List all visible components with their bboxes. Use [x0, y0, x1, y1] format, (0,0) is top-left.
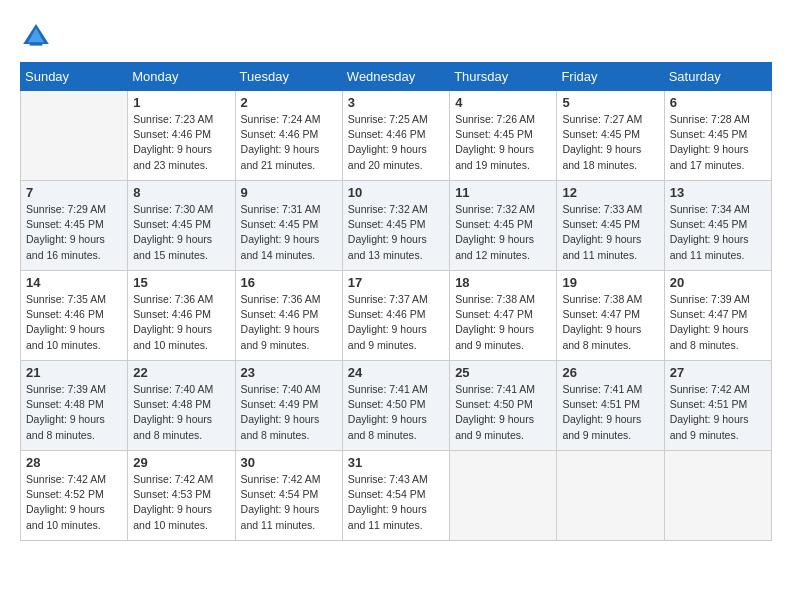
day-number: 7: [26, 185, 122, 200]
day-number: 18: [455, 275, 551, 290]
calendar-cell: 20Sunrise: 7:39 AMSunset: 4:47 PMDayligh…: [664, 271, 771, 361]
page-header: [20, 20, 772, 52]
day-number: 3: [348, 95, 444, 110]
logo: [20, 20, 56, 52]
calendar-table: SundayMondayTuesdayWednesdayThursdayFrid…: [20, 62, 772, 541]
calendar-cell: 17Sunrise: 7:37 AMSunset: 4:46 PMDayligh…: [342, 271, 449, 361]
day-info: Sunrise: 7:36 AMSunset: 4:46 PMDaylight:…: [133, 292, 229, 353]
day-info: Sunrise: 7:40 AMSunset: 4:48 PMDaylight:…: [133, 382, 229, 443]
day-info: Sunrise: 7:41 AMSunset: 4:50 PMDaylight:…: [455, 382, 551, 443]
day-info: Sunrise: 7:35 AMSunset: 4:46 PMDaylight:…: [26, 292, 122, 353]
calendar-cell: 15Sunrise: 7:36 AMSunset: 4:46 PMDayligh…: [128, 271, 235, 361]
weekday-header-saturday: Saturday: [664, 63, 771, 91]
day-number: 28: [26, 455, 122, 470]
day-number: 20: [670, 275, 766, 290]
day-number: 25: [455, 365, 551, 380]
day-info: Sunrise: 7:39 AMSunset: 4:48 PMDaylight:…: [26, 382, 122, 443]
calendar-cell: 5Sunrise: 7:27 AMSunset: 4:45 PMDaylight…: [557, 91, 664, 181]
day-number: 24: [348, 365, 444, 380]
logo-icon: [20, 20, 52, 52]
day-info: Sunrise: 7:23 AMSunset: 4:46 PMDaylight:…: [133, 112, 229, 173]
day-number: 11: [455, 185, 551, 200]
calendar-cell: [557, 451, 664, 541]
calendar-week-1: 1Sunrise: 7:23 AMSunset: 4:46 PMDaylight…: [21, 91, 772, 181]
calendar-cell: 18Sunrise: 7:38 AMSunset: 4:47 PMDayligh…: [450, 271, 557, 361]
calendar-cell: 14Sunrise: 7:35 AMSunset: 4:46 PMDayligh…: [21, 271, 128, 361]
weekday-header-sunday: Sunday: [21, 63, 128, 91]
day-info: Sunrise: 7:38 AMSunset: 4:47 PMDaylight:…: [562, 292, 658, 353]
weekday-header-tuesday: Tuesday: [235, 63, 342, 91]
day-number: 12: [562, 185, 658, 200]
calendar-week-4: 21Sunrise: 7:39 AMSunset: 4:48 PMDayligh…: [21, 361, 772, 451]
calendar-cell: [664, 451, 771, 541]
day-info: Sunrise: 7:42 AMSunset: 4:51 PMDaylight:…: [670, 382, 766, 443]
weekday-header-monday: Monday: [128, 63, 235, 91]
calendar-cell: 29Sunrise: 7:42 AMSunset: 4:53 PMDayligh…: [128, 451, 235, 541]
weekday-header-wednesday: Wednesday: [342, 63, 449, 91]
calendar-cell: 6Sunrise: 7:28 AMSunset: 4:45 PMDaylight…: [664, 91, 771, 181]
day-info: Sunrise: 7:37 AMSunset: 4:46 PMDaylight:…: [348, 292, 444, 353]
calendar-week-2: 7Sunrise: 7:29 AMSunset: 4:45 PMDaylight…: [21, 181, 772, 271]
day-number: 4: [455, 95, 551, 110]
weekday-header-friday: Friday: [557, 63, 664, 91]
calendar-cell: 26Sunrise: 7:41 AMSunset: 4:51 PMDayligh…: [557, 361, 664, 451]
day-number: 19: [562, 275, 658, 290]
day-number: 21: [26, 365, 122, 380]
day-number: 1: [133, 95, 229, 110]
day-number: 8: [133, 185, 229, 200]
day-number: 31: [348, 455, 444, 470]
calendar-cell: 25Sunrise: 7:41 AMSunset: 4:50 PMDayligh…: [450, 361, 557, 451]
day-info: Sunrise: 7:32 AMSunset: 4:45 PMDaylight:…: [348, 202, 444, 263]
day-info: Sunrise: 7:38 AMSunset: 4:47 PMDaylight:…: [455, 292, 551, 353]
calendar-cell: 22Sunrise: 7:40 AMSunset: 4:48 PMDayligh…: [128, 361, 235, 451]
day-info: Sunrise: 7:42 AMSunset: 4:52 PMDaylight:…: [26, 472, 122, 533]
day-info: Sunrise: 7:34 AMSunset: 4:45 PMDaylight:…: [670, 202, 766, 263]
day-number: 13: [670, 185, 766, 200]
calendar-cell: 8Sunrise: 7:30 AMSunset: 4:45 PMDaylight…: [128, 181, 235, 271]
calendar-cell: 31Sunrise: 7:43 AMSunset: 4:54 PMDayligh…: [342, 451, 449, 541]
calendar-cell: 10Sunrise: 7:32 AMSunset: 4:45 PMDayligh…: [342, 181, 449, 271]
calendar-cell: 30Sunrise: 7:42 AMSunset: 4:54 PMDayligh…: [235, 451, 342, 541]
day-number: 15: [133, 275, 229, 290]
day-info: Sunrise: 7:31 AMSunset: 4:45 PMDaylight:…: [241, 202, 337, 263]
calendar-cell: 23Sunrise: 7:40 AMSunset: 4:49 PMDayligh…: [235, 361, 342, 451]
day-number: 29: [133, 455, 229, 470]
calendar-cell: 3Sunrise: 7:25 AMSunset: 4:46 PMDaylight…: [342, 91, 449, 181]
calendar-cell: [21, 91, 128, 181]
day-number: 22: [133, 365, 229, 380]
day-number: 9: [241, 185, 337, 200]
day-info: Sunrise: 7:39 AMSunset: 4:47 PMDaylight:…: [670, 292, 766, 353]
day-number: 6: [670, 95, 766, 110]
calendar-cell: 12Sunrise: 7:33 AMSunset: 4:45 PMDayligh…: [557, 181, 664, 271]
calendar-cell: 7Sunrise: 7:29 AMSunset: 4:45 PMDaylight…: [21, 181, 128, 271]
day-info: Sunrise: 7:29 AMSunset: 4:45 PMDaylight:…: [26, 202, 122, 263]
weekday-header-row: SundayMondayTuesdayWednesdayThursdayFrid…: [21, 63, 772, 91]
day-info: Sunrise: 7:42 AMSunset: 4:54 PMDaylight:…: [241, 472, 337, 533]
calendar-week-3: 14Sunrise: 7:35 AMSunset: 4:46 PMDayligh…: [21, 271, 772, 361]
calendar-cell: 16Sunrise: 7:36 AMSunset: 4:46 PMDayligh…: [235, 271, 342, 361]
day-info: Sunrise: 7:30 AMSunset: 4:45 PMDaylight:…: [133, 202, 229, 263]
day-info: Sunrise: 7:36 AMSunset: 4:46 PMDaylight:…: [241, 292, 337, 353]
calendar-cell: 11Sunrise: 7:32 AMSunset: 4:45 PMDayligh…: [450, 181, 557, 271]
calendar-cell: 21Sunrise: 7:39 AMSunset: 4:48 PMDayligh…: [21, 361, 128, 451]
day-number: 27: [670, 365, 766, 380]
day-info: Sunrise: 7:33 AMSunset: 4:45 PMDaylight:…: [562, 202, 658, 263]
day-number: 16: [241, 275, 337, 290]
day-info: Sunrise: 7:27 AMSunset: 4:45 PMDaylight:…: [562, 112, 658, 173]
calendar-cell: 27Sunrise: 7:42 AMSunset: 4:51 PMDayligh…: [664, 361, 771, 451]
calendar-cell: 28Sunrise: 7:42 AMSunset: 4:52 PMDayligh…: [21, 451, 128, 541]
day-info: Sunrise: 7:25 AMSunset: 4:46 PMDaylight:…: [348, 112, 444, 173]
calendar-cell: 24Sunrise: 7:41 AMSunset: 4:50 PMDayligh…: [342, 361, 449, 451]
day-number: 26: [562, 365, 658, 380]
day-number: 23: [241, 365, 337, 380]
day-info: Sunrise: 7:40 AMSunset: 4:49 PMDaylight:…: [241, 382, 337, 443]
day-info: Sunrise: 7:43 AMSunset: 4:54 PMDaylight:…: [348, 472, 444, 533]
day-number: 5: [562, 95, 658, 110]
day-info: Sunrise: 7:41 AMSunset: 4:51 PMDaylight:…: [562, 382, 658, 443]
day-info: Sunrise: 7:24 AMSunset: 4:46 PMDaylight:…: [241, 112, 337, 173]
day-info: Sunrise: 7:32 AMSunset: 4:45 PMDaylight:…: [455, 202, 551, 263]
weekday-header-thursday: Thursday: [450, 63, 557, 91]
day-number: 10: [348, 185, 444, 200]
day-info: Sunrise: 7:26 AMSunset: 4:45 PMDaylight:…: [455, 112, 551, 173]
day-number: 17: [348, 275, 444, 290]
